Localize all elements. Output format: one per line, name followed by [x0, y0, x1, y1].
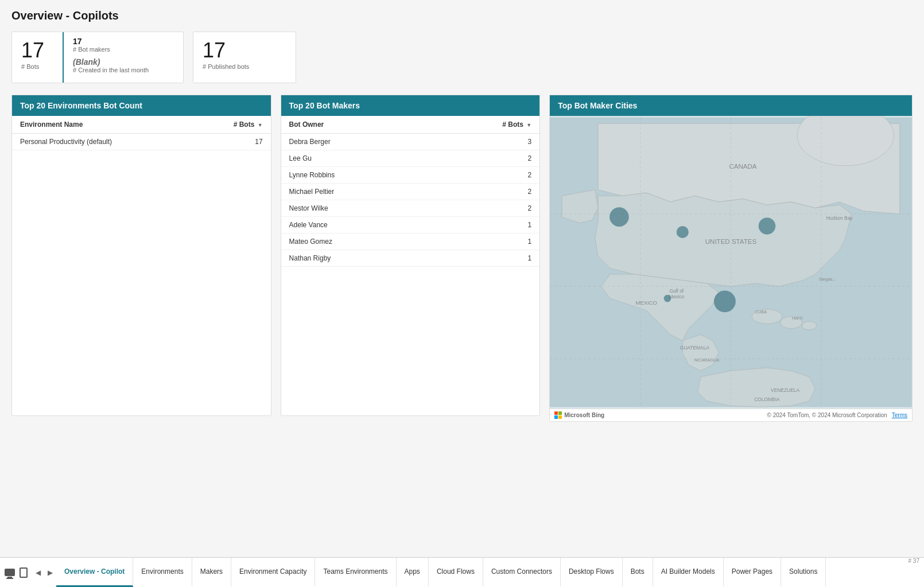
maker-row-name: Lynne Robbins [289, 171, 503, 179]
blank-value: (Blank) [73, 57, 149, 67]
map-copy-text: © 2024 TomTom, © 2024 Microsoft Corporat… [767, 412, 887, 418]
svg-text:Hudson Bay: Hudson Bay [826, 215, 853, 221]
table-row: Nathan Rigby1 [281, 250, 540, 267]
env-bot-count-panel: Top 20 Environments Bot Count Environmen… [11, 95, 271, 416]
env-table-body: Personal Productivity (default)17 [12, 134, 271, 150]
bots-label: # Bots [21, 63, 53, 70]
bot-makers-label: # Bot makers [73, 46, 149, 53]
svg-point-27 [664, 295, 671, 302]
makers-col1-header: Bot Owner [289, 120, 503, 129]
table-row: Personal Productivity (default)17 [12, 134, 271, 150]
svg-text:GUATEMALA: GUATEMALA [680, 345, 710, 351]
svg-text:CANADA: CANADA [729, 163, 757, 170]
panels-row: Top 20 Environments Bot Count Environmen… [11, 95, 913, 422]
bing-logo: Microsoft Bing [554, 411, 604, 419]
table-row: Adele Vance1 [281, 217, 540, 234]
makers-table-header: Bot Owner # Bots ▼ [281, 116, 540, 134]
tab-scroll-left[interactable]: ◀ [32, 558, 44, 587]
tab-environments[interactable]: Environments [133, 558, 192, 587]
bots-count-section: 17 # Bots [12, 32, 64, 83]
main-content: Overview - Copilots 17 # Bots 17 # Bot m… [0, 0, 924, 557]
published-label: # Published bots [203, 63, 286, 70]
map-panel-header: Top Bot Maker Cities [550, 95, 912, 116]
tab-makers[interactable]: Makers [192, 558, 231, 587]
tab-bar: ◀ ▶ Overview - CopilotEnvironmentsMakers… [0, 557, 924, 587]
env-row-name: Personal Productivity (default) [20, 138, 234, 146]
maker-row-count: 1 [503, 221, 531, 229]
maker-row-count: 2 [503, 204, 531, 212]
maker-row-name: Nestor Wilke [289, 204, 503, 212]
svg-text:MEXICO: MEXICO [636, 300, 657, 306]
map-panel: Top Bot Maker Cities [549, 95, 913, 422]
bing-brand-text: Microsoft Bing [564, 412, 604, 418]
tab-cloud-flows[interactable]: Cloud Flows [429, 558, 483, 587]
table-row: Michael Peltier2 [281, 184, 540, 200]
footer-left [0, 558, 32, 587]
map-container: CANADA UNITED STATES MEXICO GUATEMALA NI… [550, 116, 912, 409]
makers-panel-header: Top 20 Bot Makers [281, 95, 540, 116]
env-row-count: 17 [234, 138, 263, 146]
monitor-icon[interactable] [5, 569, 15, 576]
maker-row-name: Mateo Gomez [289, 238, 503, 246]
bot-makers-item: 17 # Bot makers [73, 37, 149, 53]
svg-text:NICARAGUA: NICARAGUA [694, 357, 720, 363]
tab-list: Overview - CopilotEnvironmentsMakersEnvi… [56, 558, 904, 587]
makers-panel-body: Bot Owner # Bots ▼ Debra Berger3Lee Gu2L… [281, 116, 540, 267]
table-row: Nestor Wilke2 [281, 200, 540, 217]
maker-row-count: 3 [503, 138, 531, 146]
svg-text:CUBA: CUBA [755, 309, 767, 314]
table-row: Lynne Robbins2 [281, 167, 540, 184]
env-panel-header: Top 20 Environments Bot Count [12, 95, 271, 116]
tab-environment-capacity[interactable]: Environment Capacity [231, 558, 315, 587]
published-number: 17 [203, 39, 286, 62]
created-label: # Created in the last month [73, 67, 149, 73]
makers-col2-header: # Bots ▼ [502, 120, 531, 129]
table-row: Mateo Gomez1 [281, 234, 540, 250]
tab-ai-builder-models[interactable]: AI Builder Models [653, 558, 724, 587]
env-table-header: Environment Name # Bots ▼ [12, 116, 271, 134]
svg-text:VENEZUELA: VENEZUELA [771, 387, 799, 393]
map-footer: Microsoft Bing © 2024 TomTom, © 2024 Mic… [550, 409, 912, 421]
env-sort-icon: ▼ [258, 122, 263, 128]
svg-text:Sargas...: Sargas... [819, 277, 836, 282]
maker-row-name: Lee Gu [289, 154, 503, 162]
created-item: (Blank) # Created in the last month [73, 57, 149, 73]
svg-text:COLOMBIA: COLOMBIA [754, 396, 780, 402]
makers-table-body: Debra Berger3Lee Gu2Lynne Robbins2Michae… [281, 134, 540, 267]
tab-scroll-right[interactable]: ▶ [44, 558, 56, 587]
map-svg: CANADA UNITED STATES MEXICO GUATEMALA NI… [550, 116, 912, 409]
maker-row-count: 2 [503, 171, 531, 179]
maker-row-name: Michael Peltier [289, 188, 503, 196]
tab-power-pages[interactable]: Power Pages [724, 558, 781, 587]
svg-point-25 [677, 226, 689, 238]
maker-row-name: Debra Berger [289, 138, 503, 146]
maker-row-count: 1 [503, 254, 531, 262]
tab-solutions[interactable]: Solutions [781, 558, 826, 587]
svg-text:Mexico: Mexico [669, 294, 685, 300]
svg-point-26 [759, 217, 775, 234]
tab-desktop-flows[interactable]: Desktop Flows [561, 558, 623, 587]
tab-bots[interactable]: Bots [623, 558, 653, 587]
svg-text:Gulf of: Gulf of [670, 288, 684, 294]
tab-custom-connectors[interactable]: Custom Connectors [483, 558, 561, 587]
svg-point-3 [802, 321, 817, 330]
published-bots-card: 17 # Published bots [193, 32, 296, 83]
maker-row-count: 1 [503, 238, 531, 246]
tablet-icon[interactable] [20, 567, 28, 578]
bots-number: 17 [21, 39, 53, 62]
svg-text:UNITED STATES: UNITED STATES [705, 238, 757, 245]
bot-makers-section: 17 # Bot makers (Blank) # Created in the… [64, 32, 158, 83]
maker-row-count: 2 [503, 188, 531, 196]
tab-teams-environments[interactable]: Teams Environments [315, 558, 396, 587]
tab-apps[interactable]: Apps [397, 558, 429, 587]
maker-row-name: Nathan Rigby [289, 254, 503, 262]
table-row: Lee Gu2 [281, 150, 540, 167]
env-col1-header: Environment Name [20, 120, 234, 129]
bots-summary-card: 17 # Bots 17 # Bot makers (Blank) # Crea… [11, 32, 184, 83]
tab-overview-copilot[interactable]: Overview - Copilot [56, 558, 133, 587]
page-info: # 37 [904, 558, 924, 587]
map-copyright: © 2024 TomTom, © 2024 Microsoft Corporat… [767, 412, 907, 418]
makers-sort-icon: ▼ [526, 122, 531, 128]
maker-row-count: 2 [503, 154, 531, 162]
map-terms-link[interactable]: Terms [892, 412, 907, 418]
